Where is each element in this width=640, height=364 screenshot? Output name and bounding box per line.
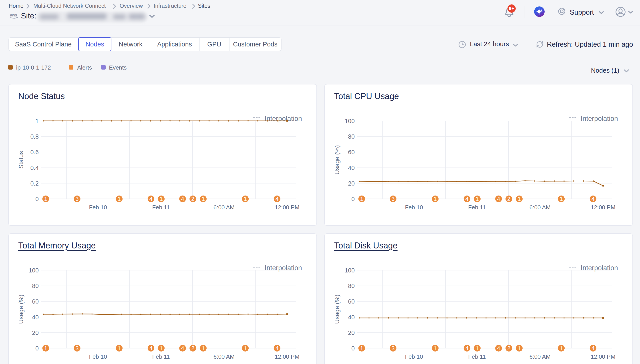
svg-text:Feb 10: Feb 10 — [405, 204, 423, 211]
svg-text:Feb 11: Feb 11 — [468, 353, 486, 360]
svg-text:80: 80 — [348, 133, 354, 140]
svg-text:100: 100 — [344, 118, 354, 124]
svg-text:Feb 11: Feb 11 — [468, 204, 486, 211]
svg-text:40: 40 — [32, 314, 39, 321]
svg-text:1: 1 — [559, 196, 563, 202]
svg-text:0.6: 0.6 — [30, 149, 39, 156]
svg-text:4: 4 — [276, 196, 279, 202]
svg-text:1: 1 — [475, 196, 478, 202]
svg-text:1: 1 — [160, 345, 163, 352]
svg-text:1: 1 — [244, 345, 247, 352]
svg-text:Feb 10: Feb 10 — [89, 204, 107, 211]
svg-text:1: 1 — [118, 196, 121, 202]
svg-text:3: 3 — [391, 196, 394, 202]
svg-text:6:00 AM: 6:00 AM — [214, 204, 235, 211]
svg-text:4: 4 — [497, 196, 500, 202]
svg-text:6:00 AM: 6:00 AM — [214, 353, 235, 360]
svg-text:20: 20 — [32, 330, 39, 336]
svg-text:20: 20 — [348, 330, 354, 336]
svg-text:4: 4 — [150, 345, 153, 352]
svg-text:1: 1 — [44, 345, 47, 352]
svg-text:60: 60 — [32, 298, 39, 305]
svg-text:80: 80 — [348, 283, 354, 289]
svg-text:4: 4 — [591, 196, 594, 202]
svg-text:0.8: 0.8 — [30, 133, 39, 140]
svg-text:1: 1 — [44, 196, 47, 202]
svg-text:4: 4 — [465, 345, 468, 352]
svg-text:0.2: 0.2 — [30, 180, 39, 187]
svg-text:Usage (%): Usage (%) — [334, 145, 340, 174]
svg-text:Interpolation: Interpolation — [265, 264, 302, 272]
svg-text:Interpolation: Interpolation — [265, 115, 302, 122]
svg-text:12:00 PM: 12:00 PM — [275, 353, 299, 360]
svg-text:1: 1 — [118, 345, 121, 352]
svg-text:100: 100 — [29, 267, 39, 274]
svg-text:Usage (%): Usage (%) — [334, 294, 340, 324]
svg-text:60: 60 — [348, 298, 354, 305]
svg-text:1: 1 — [433, 196, 436, 202]
svg-text:0: 0 — [35, 345, 39, 352]
svg-text:Feb 11: Feb 11 — [152, 204, 170, 211]
svg-text:Feb 10: Feb 10 — [89, 353, 107, 360]
svg-text:3: 3 — [75, 196, 79, 202]
svg-text:0: 0 — [351, 345, 354, 352]
svg-text:4: 4 — [150, 196, 153, 202]
svg-text:60: 60 — [348, 149, 354, 156]
svg-text:3: 3 — [75, 345, 79, 352]
svg-text:0: 0 — [351, 196, 354, 202]
svg-text:Interpolation: Interpolation — [581, 264, 618, 272]
svg-text:Usage (%): Usage (%) — [18, 294, 25, 324]
svg-text:1: 1 — [202, 345, 205, 352]
svg-text:aws: aws — [10, 13, 17, 17]
svg-text:2: 2 — [191, 345, 194, 352]
svg-text:1: 1 — [559, 345, 563, 352]
svg-text:40: 40 — [348, 165, 354, 171]
svg-text:6:00 AM: 6:00 AM — [529, 204, 550, 211]
svg-text:Feb 11: Feb 11 — [152, 353, 170, 360]
svg-text:Interpolation: Interpolation — [581, 115, 618, 122]
svg-text:12:00 PM: 12:00 PM — [275, 204, 299, 211]
svg-text:Feb 10: Feb 10 — [405, 353, 423, 360]
svg-text:4: 4 — [181, 345, 184, 352]
svg-text:4: 4 — [276, 345, 279, 352]
svg-text:2: 2 — [507, 196, 510, 202]
svg-text:12:00 PM: 12:00 PM — [591, 204, 615, 211]
svg-text:6:00 AM: 6:00 AM — [529, 353, 550, 360]
svg-text:1: 1 — [160, 196, 163, 202]
svg-text:1: 1 — [517, 345, 521, 352]
svg-text:4: 4 — [181, 196, 184, 202]
svg-text:0: 0 — [35, 196, 39, 202]
svg-text:2: 2 — [191, 196, 194, 202]
svg-text:1: 1 — [244, 196, 247, 202]
svg-text:20: 20 — [348, 180, 354, 187]
svg-text:1: 1 — [35, 118, 39, 124]
svg-text:3: 3 — [391, 345, 394, 352]
svg-text:100: 100 — [344, 267, 354, 274]
svg-text:4: 4 — [497, 345, 500, 352]
svg-text:4: 4 — [465, 196, 468, 202]
svg-text:4: 4 — [591, 345, 594, 352]
svg-text:12:00 PM: 12:00 PM — [591, 353, 615, 360]
svg-text:40: 40 — [348, 314, 354, 321]
svg-text:0.4: 0.4 — [30, 165, 39, 171]
svg-text:1: 1 — [202, 196, 205, 202]
svg-text:1: 1 — [360, 196, 363, 202]
svg-text:Status: Status — [18, 151, 25, 169]
svg-text:1: 1 — [433, 345, 436, 352]
svg-text:1: 1 — [517, 196, 521, 202]
svg-text:1: 1 — [475, 345, 478, 352]
svg-text:80: 80 — [32, 283, 39, 289]
svg-text:1: 1 — [360, 345, 363, 352]
svg-text:2: 2 — [507, 345, 510, 352]
